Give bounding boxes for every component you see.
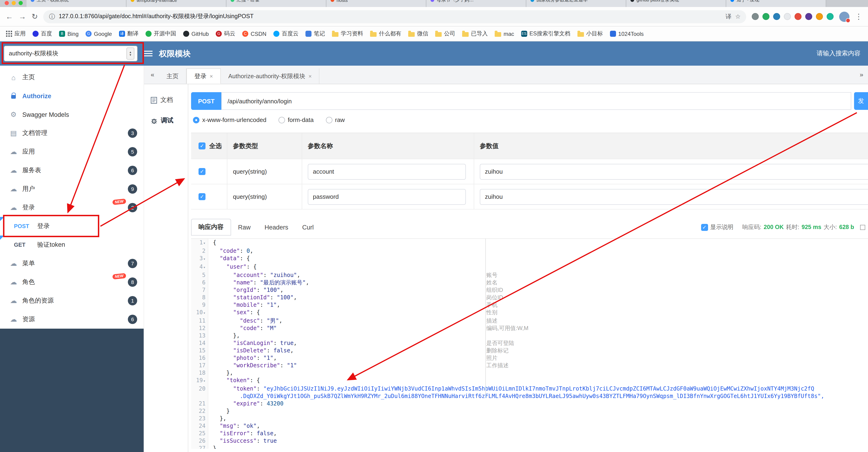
extension-light[interactable] [784,13,791,20]
fullscreen-icon[interactable] [860,225,865,230]
extension-blue[interactable] [773,13,780,20]
fold-toggle[interactable]: 3▾ [191,255,208,263]
fold-toggle[interactable]: 4▾ [191,263,208,272]
bookmark-item[interactable]: 应用 [6,30,26,38]
fold-toggle[interactable]: 1▾ [191,239,208,247]
bookmark-item[interactable]: G码云 [216,30,235,38]
back-icon[interactable]: ← [6,13,13,20]
sidebar-item-登录[interactable]: ☁登录NEW2 [0,198,144,217]
fold-toggle[interactable]: 10▾ [191,309,208,317]
bookmark-item[interactable]: 已导入 [462,30,488,38]
browser-tab[interactable]: 知乎 - 发现 [726,0,826,7]
radio-raw[interactable]: raw [326,116,345,123]
doc-tab-Authorize-authority-权限模块[interactable]: Authorize-authority-权限模块× [221,68,320,84]
bookmark-star-icon[interactable]: ☆ [735,13,741,20]
url-text[interactable]: 127.0.0.1:8760/api/gate/doc.html#/author… [59,12,722,21]
tab-response-content[interactable]: 响应内容 [191,219,231,235]
show-description-checkbox[interactable]: ✓ [701,224,708,231]
extension-purple[interactable] [805,13,812,20]
select-stepper-icon[interactable]: ▲▼ [126,48,134,60]
sidebar-item-文档管理[interactable]: ▤文档管理3 [0,124,144,142]
sidebar-endpoint-get[interactable]: GET验证token [0,235,144,254]
extension-orange[interactable] [816,13,823,20]
header-search-input[interactable]: 请输入搜索内容 [817,49,861,58]
radio-form-data[interactable]: form-data [278,116,314,123]
browser-tab[interactable]: 主页 - 权限系统 [27,0,126,7]
reload-icon[interactable]: ↻ [32,13,38,20]
tab-curl[interactable]: Curl [295,220,321,234]
row-checkbox[interactable]: ✓ [198,193,206,200]
tab-debug[interactable]: 调试 [144,110,188,131]
bookmark-item[interactable]: 开源中国 [145,30,176,38]
window-controls[interactable] [3,0,27,7]
module-select[interactable]: authority-权限模块 ▲▼ [4,46,137,61]
request-url-input[interactable]: /api/authority/anno/login [221,92,851,110]
profile-avatar[interactable] [839,11,849,22]
collapse-sidebar-icon[interactable]: « [146,65,159,84]
param-value-input[interactable] [480,189,868,205]
sidebar-item-Swagger Models[interactable]: ⚙Swagger Models [0,105,144,124]
tab-headers[interactable]: Headers [257,220,295,234]
sidebar-item-资源[interactable]: ☁资源6 [0,310,144,329]
sidebar-item-角色的资源[interactable]: ☁角色的资源1 [0,291,144,310]
extension-red[interactable] [795,13,802,20]
sidebar-item-应用[interactable]: ☁应用5 [0,142,144,161]
sidebar-item-菜单[interactable]: ☁菜单7 [0,254,144,273]
sidebar-item-主页[interactable]: ⌂主页 [0,68,144,87]
minimize-window-button[interactable] [11,1,16,5]
tab-raw[interactable]: Raw [231,220,257,234]
extension-pencil[interactable] [752,13,759,20]
browser-tab[interactable]: github pass登录实现 [626,0,726,7]
tab-document[interactable]: 文档 [144,90,188,110]
bookmark-item[interactable]: 译翻译 [119,30,138,38]
bookmark-item[interactable]: GGoogle [86,30,112,37]
browser-tab[interactable]: 母亲节〈少了妈… [426,0,526,7]
sidebar-item-Authorize[interactable]: Authorize [0,87,144,105]
bookmark-item[interactable]: CCSDN [242,30,267,37]
bookmark-item[interactable]: 什么都有 [370,30,401,38]
bookmark-item[interactable]: BBing [59,30,79,37]
doc-tab-主页[interactable]: 主页 [159,68,186,84]
sidebar-item-角色[interactable]: ☁角色NEW8 [0,273,144,291]
radio-icon[interactable] [326,117,332,123]
hamburger-icon[interactable] [144,51,153,56]
sidebar-item-用户[interactable]: ☁用户9 [0,180,144,198]
info-icon[interactable]: ⓘ [49,12,55,21]
bookmark-item[interactable]: 百度 [33,30,52,38]
extension-green[interactable] [763,13,769,20]
browser-menu-icon[interactable]: ⋮ [855,13,862,20]
bookmark-item[interactable]: ESES搜索引擎文档 [521,30,570,38]
bookmark-item[interactable]: 公司 [435,30,455,38]
radio-icon[interactable] [193,117,199,123]
bookmark-item[interactable]: 1024Tools [610,30,644,37]
fold-toggle[interactable]: 19▾ [191,376,208,385]
bookmark-item[interactable]: 小目标 [578,30,603,38]
radio-x-www-form-urlencoded[interactable]: x-www-form-urlencoded [193,116,267,123]
doc-tab-登录[interactable]: 登录× [186,68,221,84]
browser-tab[interactable]: 汇报 - 语雀 [226,0,327,7]
row-checkbox[interactable]: ✓ [198,168,206,175]
translate-icon[interactable]: 译 [725,12,732,21]
browser-tab[interactable]: hosts [327,0,426,7]
close-tab-icon[interactable]: × [308,73,312,79]
param-value-input[interactable] [480,164,868,179]
bookmark-item[interactable]: 笔记 [305,30,325,38]
bookmark-item[interactable]: 微信 [408,30,428,38]
radio-icon[interactable] [278,117,285,123]
param-name-input[interactable] [308,189,466,205]
sidebar-endpoint-post[interactable]: POST登录 [0,217,144,235]
close-tab-icon[interactable]: × [210,73,213,79]
tab-overflow-icon[interactable]: » [855,65,868,84]
bookmark-item[interactable]: 学习资料 [332,30,363,38]
response-json-viewer[interactable]: 1▾{2 "code": 0,3▾ "data": {4▾ "user": {5… [191,238,868,449]
close-window-button[interactable] [5,1,9,5]
param-name-input[interactable] [308,164,466,179]
bookmark-item[interactable]: GitHub [183,30,209,37]
sidebar-item-服务表[interactable]: ☁服务表6 [0,161,144,180]
browser-tab[interactable]: 国家税务参数返还直通车 [526,0,626,7]
forward-icon[interactable]: → [19,13,26,20]
url-bar[interactable]: ⓘ 127.0.0.1:8760/api/gate/doc.html#/auth… [43,10,746,23]
send-button[interactable]: 发 [854,92,868,110]
maximize-window-button[interactable] [19,1,23,5]
extension-teal[interactable] [827,13,834,20]
